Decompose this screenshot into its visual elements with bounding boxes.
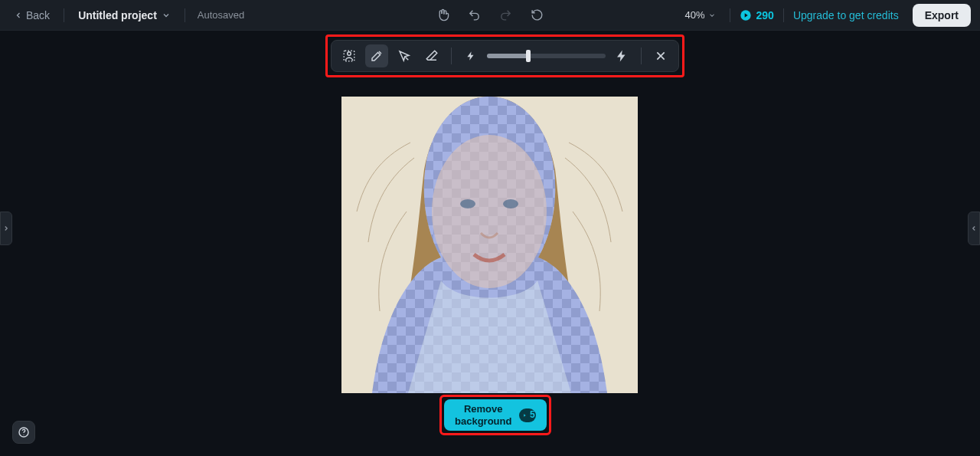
hand-icon [436, 8, 449, 21]
divider [641, 48, 642, 64]
portrait-render [341, 97, 638, 393]
slider-thumb[interactable] [526, 50, 531, 62]
chevron-down-icon [162, 11, 171, 20]
chevron-left-icon [14, 11, 23, 20]
credits-coin-icon [740, 9, 752, 21]
canvas-image[interactable] [341, 97, 638, 393]
edit-toolbar-highlight [325, 34, 684, 77]
svg-point-11 [432, 135, 547, 288]
brush-icon [370, 49, 384, 63]
remove-bg-line1: Remove [455, 403, 511, 415]
edit-toolbar [331, 40, 679, 72]
project-name-label: Untitled project [78, 9, 157, 21]
right-panel-handle[interactable] [968, 212, 980, 245]
softness-up-button[interactable] [610, 44, 633, 67]
divider [451, 48, 452, 64]
divider [64, 8, 64, 22]
svg-point-1 [348, 52, 351, 56]
close-toolbar-button[interactable] [649, 44, 672, 67]
close-icon [655, 50, 667, 62]
help-icon [18, 426, 30, 438]
slider-fill [487, 54, 528, 58]
upgrade-link[interactable]: Upgrade to get credits [793, 9, 899, 21]
select-subject-icon [342, 49, 356, 63]
divider [783, 8, 784, 22]
redo-icon [499, 8, 512, 21]
eraser-tool[interactable] [420, 44, 443, 67]
undo-icon [468, 8, 481, 21]
credits-balance[interactable]: 290 [740, 9, 774, 21]
svg-point-13 [503, 199, 518, 208]
back-label: Back [26, 9, 50, 21]
magic-select-tool[interactable] [393, 44, 416, 67]
credits-cost-badge: 5 [519, 408, 536, 422]
remove-bg-highlight: Remove background 5 [439, 395, 551, 435]
brush-size-slider[interactable] [487, 54, 606, 58]
zoom-dropdown[interactable]: 40% [685, 9, 716, 21]
remove-bg-line2: background [455, 415, 511, 428]
divider [730, 8, 730, 22]
left-panel-handle[interactable] [0, 212, 12, 245]
brush-tool[interactable] [365, 44, 388, 67]
credits-cost-value: 5 [530, 409, 535, 420]
redo-button [496, 5, 515, 25]
refresh-icon [531, 8, 544, 21]
credits-coin-icon [521, 412, 528, 419]
select-subject-tool[interactable] [338, 44, 361, 67]
help-button[interactable] [12, 421, 35, 444]
back-button[interactable]: Back [9, 6, 54, 25]
canvas-controls [433, 5, 547, 25]
undo-button[interactable] [465, 5, 484, 25]
credits-value: 290 [756, 9, 774, 21]
bolt-small-icon [466, 51, 476, 61]
project-name-dropdown[interactable]: Untitled project [74, 6, 175, 25]
bolt-icon [615, 49, 629, 63]
pan-tool-button[interactable] [433, 5, 452, 25]
chevron-down-icon [708, 11, 716, 19]
reset-button[interactable] [528, 5, 547, 25]
export-button[interactable]: Export [913, 4, 971, 27]
remove-background-button[interactable]: Remove background 5 [444, 399, 547, 431]
svg-point-12 [460, 199, 475, 208]
chevron-left-icon [970, 225, 978, 232]
zoom-value: 40% [685, 9, 705, 21]
autosaved-label: Autosaved [198, 9, 244, 21]
magic-select-icon [397, 49, 411, 63]
app-topbar: Back Untitled project Autosaved 40% 290 … [0, 0, 980, 31]
softness-down-button[interactable] [459, 44, 482, 67]
divider [185, 8, 185, 22]
svg-point-16 [23, 435, 24, 435]
chevron-right-icon [2, 225, 10, 232]
eraser-icon [425, 49, 439, 63]
